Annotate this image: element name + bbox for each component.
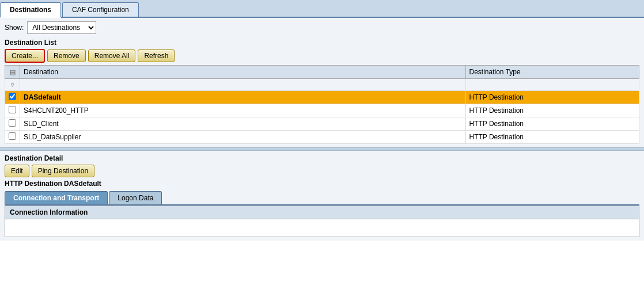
row-destination-type: HTTP Destination	[465, 104, 639, 117]
row-select-cell[interactable]	[5, 131, 20, 144]
show-row: Show: All Destinations	[5, 21, 639, 34]
row-destination-type: HTTP Destination	[465, 91, 639, 104]
table-row[interactable]: DASdefault HTTP Destination	[5, 91, 639, 104]
connection-info-header: Connection Information	[5, 206, 639, 219]
row-checkbox[interactable]	[9, 132, 16, 140]
table-header-row: ▤ Destination Destination Type	[5, 66, 639, 79]
inner-tab-bar: Connection and Transport Logon Data	[5, 191, 639, 205]
filter-destination-cell	[20, 79, 466, 91]
edit-button[interactable]: Edit	[5, 165, 29, 177]
connection-info-box: Connection Information	[5, 205, 639, 237]
table-select-all-icon[interactable]: ▤	[5, 66, 20, 79]
col-header-destination: Destination	[20, 66, 466, 79]
row-select-cell[interactable]	[5, 117, 20, 131]
refresh-button[interactable]: Refresh	[138, 50, 175, 62]
row-checkbox[interactable]	[9, 93, 16, 100]
row-destination-name[interactable]: S4HCLNT200_HTTP	[20, 104, 466, 117]
main-tab-bar: Destinations CAF Configuration	[0, 0, 644, 18]
detail-section: Destination Detail Edit Ping Destination…	[0, 151, 644, 241]
filter-icon-cell: ▿	[5, 79, 20, 91]
destination-table: ▤ Destination Destination Type ▿ DASdefa…	[5, 65, 639, 144]
ping-destination-button[interactable]: Ping Destination	[32, 165, 94, 177]
tab-destinations[interactable]: Destinations	[0, 2, 61, 18]
table-filter-row: ▿	[5, 79, 639, 91]
toolbar: Create... Remove Remove All Refresh	[5, 49, 639, 63]
connection-info-content	[5, 219, 639, 237]
tab-logon-data[interactable]: Logon Data	[109, 191, 162, 204]
table-row[interactable]: SLD_DataSupplier HTTP Destination	[5, 131, 639, 144]
tab-connection-transport[interactable]: Connection and Transport	[5, 191, 108, 204]
detail-toolbar: Edit Ping Destination	[5, 165, 639, 177]
row-destination-type: HTTP Destination	[465, 131, 639, 144]
table-row[interactable]: S4HCLNT200_HTTP HTTP Destination	[5, 104, 639, 117]
row-destination-type: HTTP Destination	[465, 117, 639, 131]
row-select-cell[interactable]	[5, 104, 20, 117]
filter-type-cell	[465, 79, 639, 91]
row-checkbox[interactable]	[9, 119, 16, 127]
remove-button[interactable]: Remove	[47, 50, 86, 62]
detail-section-header: Destination Detail	[5, 154, 639, 162]
remove-all-button[interactable]: Remove All	[88, 50, 136, 62]
create-button[interactable]: Create...	[5, 49, 45, 63]
table-row[interactable]: SLD_Client HTTP Destination	[5, 117, 639, 131]
row-checkbox[interactable]	[9, 106, 16, 113]
row-destination-name[interactable]: SLD_DataSupplier	[20, 131, 466, 144]
main-content: Show: All Destinations Destination List …	[0, 18, 644, 147]
row-destination-name[interactable]: SLD_Client	[20, 117, 466, 131]
show-label: Show:	[5, 24, 24, 32]
row-select-cell[interactable]	[5, 91, 20, 104]
show-select[interactable]: All Destinations	[27, 21, 96, 34]
http-dest-title: HTTP Destination DASdefault	[5, 180, 639, 188]
col-header-destination-type: Destination Type	[465, 66, 639, 79]
tab-caf-configuration[interactable]: CAF Configuration	[62, 2, 139, 17]
destination-list-header: Destination List	[5, 39, 639, 47]
row-destination-name[interactable]: DASdefault	[20, 91, 466, 104]
